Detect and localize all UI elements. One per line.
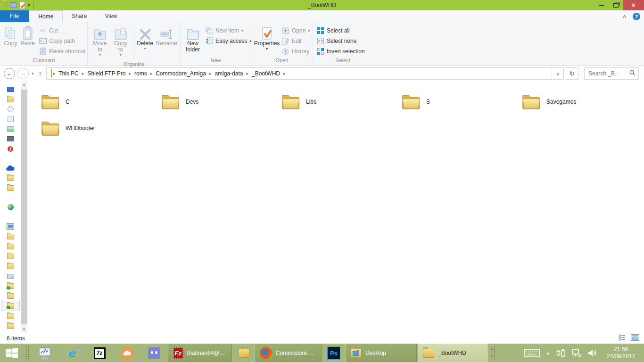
crumb-commodore-amiga[interactable]: Commodore_Amiga bbox=[154, 70, 208, 77]
crumb-shield-ftp-pro[interactable]: Shield FTP Pro bbox=[85, 70, 127, 77]
help-icon[interactable]: ? bbox=[633, 13, 640, 20]
taskbar-item-photoshop[interactable]: Ps bbox=[322, 344, 345, 362]
volume-icon[interactable] bbox=[587, 349, 597, 357]
crumb-roms[interactable]: roms bbox=[132, 70, 149, 77]
folder-tile-c[interactable]: C bbox=[40, 89, 151, 115]
taskbar-item-7zip[interactable]: 7z bbox=[86, 344, 113, 362]
scroll-up-icon[interactable]: ∧ bbox=[21, 81, 27, 89]
taskbar-item-explorer-favorites[interactable] bbox=[233, 344, 255, 362]
taskbar-item-discord[interactable] bbox=[140, 344, 168, 362]
sidebar-item-documents[interactable] bbox=[1, 114, 20, 124]
sidebar-item-pictures[interactable] bbox=[1, 124, 20, 134]
tab-share[interactable]: Share bbox=[63, 10, 96, 22]
sidebar-item-this-pc[interactable] bbox=[1, 222, 20, 231]
crumb-bootwhd[interactable]: _BootWHD bbox=[250, 70, 282, 77]
scrollbar-thumb[interactable] bbox=[21, 90, 27, 324]
taskbar-item-task-manager[interactable] bbox=[31, 344, 58, 362]
sidebar-item-folder[interactable] bbox=[1, 173, 20, 183]
taskbar-button-filezilla[interactable]: Fz thatman84@95.... bbox=[168, 344, 232, 362]
history-button[interactable]: History bbox=[281, 46, 310, 57]
sidebar-item-folder[interactable] bbox=[1, 261, 20, 271]
sidebar-item-recent[interactable] bbox=[1, 104, 20, 114]
sidebar-item-downloads[interactable] bbox=[1, 94, 20, 104]
sidebar-item-folder[interactable] bbox=[1, 183, 20, 193]
sidebar-item-folder[interactable] bbox=[1, 251, 20, 261]
tab-home[interactable]: Home bbox=[29, 10, 63, 22]
folder-tile-whdbooter[interactable]: WHDbooter bbox=[40, 115, 151, 141]
recent-locations-dropdown[interactable]: ▾ bbox=[32, 71, 34, 76]
sidebar-item-music-app[interactable] bbox=[1, 144, 20, 154]
paste-button[interactable]: Paste bbox=[19, 24, 36, 47]
easy-access-button[interactable]: Easy access ▾ bbox=[205, 36, 251, 46]
taskbar-item-cloud-app[interactable] bbox=[113, 344, 140, 362]
folder-tile-s[interactable]: S bbox=[401, 89, 512, 115]
sidebar-item-desktop[interactable] bbox=[1, 84, 20, 94]
address-bar[interactable]: ▸ This PC ▸ Shield FTP Pro ▸ roms ▸ Comm… bbox=[46, 67, 564, 80]
show-hidden-icons[interactable]: ▲ bbox=[546, 351, 550, 355]
rename-button[interactable]: Rename bbox=[155, 24, 178, 47]
qat-customize-dropdown[interactable]: ▾ bbox=[28, 3, 30, 8]
touch-keyboard-icon[interactable] bbox=[524, 348, 540, 358]
taskbar-button-desktop[interactable]: Desktop bbox=[345, 344, 417, 362]
copy-to-button[interactable]: Copy to▾ bbox=[110, 24, 131, 57]
taskbar-clock[interactable]: 21:56 24/09/2017 bbox=[603, 346, 638, 360]
search-icon[interactable] bbox=[629, 69, 636, 78]
sidebar-item-current-folder[interactable] bbox=[1, 301, 20, 311]
crumb-separator-icon[interactable]: ▸ bbox=[127, 71, 132, 76]
crumb-separator-icon[interactable]: ▸ bbox=[282, 71, 287, 76]
folder-tile-libs[interactable]: Libs bbox=[281, 89, 391, 115]
network-icon[interactable] bbox=[571, 349, 582, 357]
up-button[interactable]: ↑ bbox=[39, 70, 42, 77]
select-all-button[interactable]: Select all bbox=[316, 25, 365, 36]
minimize-button[interactable] bbox=[594, 0, 609, 10]
folder-tile-savegames[interactable]: Savegames bbox=[521, 89, 632, 115]
close-button[interactable]: × bbox=[623, 0, 644, 10]
copy-button[interactable]: Copy bbox=[2, 24, 19, 47]
copy-path-button[interactable]: w… Copy path bbox=[39, 36, 85, 46]
details-view-icon[interactable] bbox=[619, 334, 626, 343]
delete-button[interactable]: Delete ▾ bbox=[135, 24, 155, 51]
crumb-separator-icon[interactable]: ▸ bbox=[149, 71, 154, 76]
sidebar-item-folder[interactable] bbox=[1, 311, 20, 321]
sidebar-item-shared-folder[interactable] bbox=[1, 281, 20, 291]
navigation-scrollbar[interactable]: ∧ ∨ bbox=[21, 81, 27, 333]
refresh-button[interactable]: ↻ bbox=[566, 67, 578, 80]
sidebar-item-network[interactable] bbox=[1, 202, 20, 212]
forward-button[interactable]: → bbox=[17, 68, 29, 79]
sidebar-item-folder[interactable] bbox=[1, 231, 20, 241]
open-button[interactable]: Open ▾ bbox=[281, 25, 310, 36]
crumb-this-pc[interactable]: This PC bbox=[57, 70, 81, 77]
new-folder-button[interactable]: New folder bbox=[182, 24, 203, 53]
crumb-separator-icon[interactable]: ▸ bbox=[245, 71, 250, 76]
invert-selection-button[interactable]: Invert selection bbox=[316, 46, 365, 57]
sidebar-item-videos[interactable] bbox=[1, 134, 20, 144]
select-none-button[interactable]: Select none bbox=[316, 36, 365, 46]
crumb-separator-icon[interactable]: ▸ bbox=[52, 71, 57, 76]
qat-new-folder-icon[interactable] bbox=[10, 2, 17, 8]
scroll-down-icon[interactable]: ∨ bbox=[21, 325, 27, 333]
tab-view[interactable]: View bbox=[96, 10, 126, 22]
properties-button[interactable]: Properties ▾ bbox=[253, 24, 281, 51]
sidebar-item-onedrive[interactable] bbox=[1, 163, 20, 173]
address-history-dropdown[interactable]: ∨ bbox=[552, 68, 563, 79]
taskbar-item-internet-explorer[interactable]: e bbox=[58, 344, 86, 362]
qat-properties-icon[interactable] bbox=[19, 2, 25, 9]
edit-button[interactable]: Edit bbox=[281, 36, 310, 46]
move-to-button[interactable]: Move to▾ bbox=[90, 24, 110, 57]
restore-button[interactable] bbox=[609, 0, 623, 10]
folder-tile-devs[interactable]: Devs bbox=[160, 89, 271, 115]
paste-shortcut-button[interactable]: Paste shortcut bbox=[39, 46, 85, 57]
start-button[interactable] bbox=[0, 344, 24, 362]
sidebar-item-folder[interactable] bbox=[1, 241, 20, 251]
tab-file[interactable]: File bbox=[0, 10, 29, 22]
cut-button[interactable]: ✂ Cut bbox=[39, 25, 85, 36]
crumb-separator-icon[interactable]: ▸ bbox=[208, 71, 213, 76]
large-icons-view-icon[interactable] bbox=[631, 334, 639, 343]
power-plug-icon[interactable] bbox=[556, 348, 566, 358]
crumb-amiga-data[interactable]: amiga-data bbox=[213, 70, 245, 77]
crumb-separator-icon[interactable]: ▸ bbox=[81, 71, 86, 76]
search-input[interactable] bbox=[587, 70, 629, 77]
taskbar-button-bootwhd[interactable]: _BootWHD bbox=[418, 344, 487, 362]
sidebar-item-folder[interactable] bbox=[1, 291, 20, 301]
minimize-ribbon-icon[interactable]: ∧ bbox=[622, 14, 627, 19]
